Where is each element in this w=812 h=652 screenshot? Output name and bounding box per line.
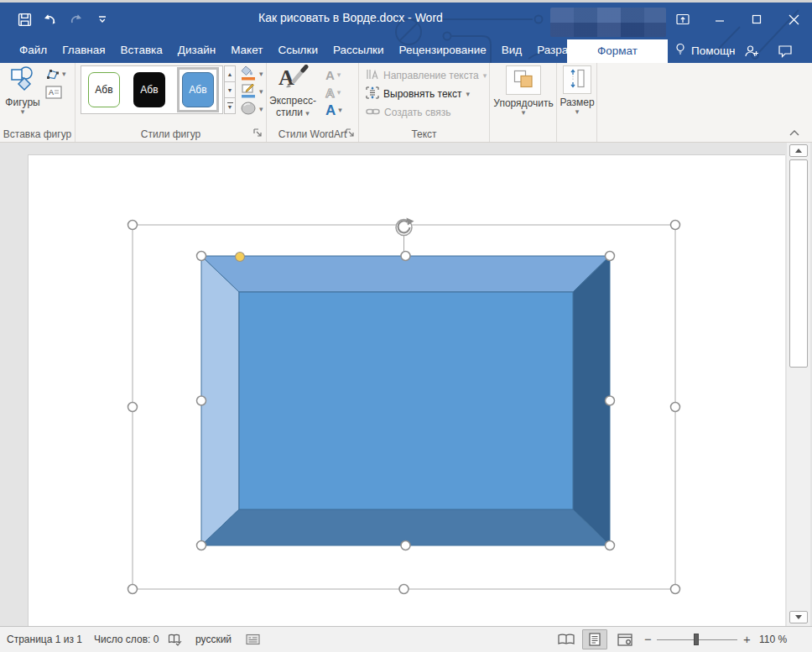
shape-handle[interactable] <box>197 396 206 405</box>
selection-handle[interactable] <box>671 585 680 594</box>
selection-handle[interactable] <box>128 585 138 594</box>
edit-shape-button[interactable]: ▾ <box>45 68 66 81</box>
zoom-slider-thumb[interactable] <box>694 634 699 645</box>
bevel-bottom-face[interactable] <box>201 509 610 545</box>
tab-file[interactable]: Файл <box>12 38 55 63</box>
tab-references[interactable]: Ссылки <box>270 38 325 63</box>
text-effects-icon: A <box>325 103 336 117</box>
shape-handle[interactable] <box>606 396 615 405</box>
size-button[interactable]: Размер ▾ <box>559 65 596 116</box>
arrange-button[interactable]: Упорядочить ▾ <box>497 65 550 117</box>
size-caret: ▾ <box>575 108 580 116</box>
selection-handle[interactable] <box>671 221 680 230</box>
word-count[interactable]: Число слов: 0 <box>94 627 159 652</box>
bevel-frame-shape[interactable] <box>201 256 610 545</box>
tab-design[interactable]: Дизайн <box>170 38 223 63</box>
bevel-left-face[interactable] <box>201 256 239 545</box>
shape-fill-caret: ▾ <box>259 70 263 78</box>
undo-icon[interactable] <box>41 10 60 29</box>
svg-text:А: А <box>278 65 294 90</box>
selection-handle[interactable] <box>671 403 680 412</box>
zoom-out-button[interactable]: − <box>644 627 652 652</box>
shape-handle[interactable] <box>197 252 206 261</box>
proofing-icon[interactable] <box>168 634 182 649</box>
shapes-button[interactable]: Фигуры ▾ <box>3 65 42 116</box>
tab-layout[interactable]: Макет <box>223 38 270 63</box>
selection-handle[interactable] <box>399 585 409 594</box>
bevel-center-face[interactable] <box>239 292 573 509</box>
minimize-icon[interactable] <box>701 3 738 35</box>
zoom-slider[interactable] <box>657 639 737 640</box>
quick-styles-label-line1: Экспресс- <box>269 95 316 107</box>
size-label: Размер <box>560 96 594 108</box>
scroll-down-icon[interactable] <box>789 611 808 623</box>
shape-adjustment-handle[interactable] <box>236 253 245 262</box>
close-icon[interactable] <box>775 3 812 35</box>
text-direction-button[interactable]: Направление текста ▾ <box>366 68 487 83</box>
scrollbar-thumb[interactable] <box>789 159 808 368</box>
collapse-ribbon-icon[interactable] <box>789 128 800 136</box>
tab-format-active[interactable]: Формат <box>567 39 668 63</box>
scroll-up-icon[interactable] <box>789 144 808 157</box>
text-fill-button[interactable]: A ▾ <box>325 67 341 82</box>
zoom-level[interactable]: 110 % <box>759 627 787 652</box>
word-window: Как рисовать в Ворде.docx - Word Файл Гл… <box>0 0 812 652</box>
bevel-top-face[interactable] <box>201 256 610 292</box>
shape-handle[interactable] <box>401 252 410 261</box>
tab-insert[interactable]: Вставка <box>113 38 170 63</box>
group-insert-shapes: Фигуры ▾ ▾ A Вставка фигур <box>0 63 75 142</box>
tab-mailings[interactable]: Рассылки <box>325 38 392 63</box>
language-indicator[interactable]: русский <box>195 627 232 652</box>
shape-handle[interactable] <box>197 541 206 550</box>
shape-handle[interactable] <box>606 252 615 261</box>
svg-text:A: A <box>49 88 54 96</box>
rotate-handle-icon[interactable] <box>396 218 414 236</box>
tab-review[interactable]: Рецензирование <box>392 38 494 63</box>
titlebar: Как рисовать в Ворде.docx - Word Файл Гл… <box>0 0 812 63</box>
page-indicator[interactable]: Страница 1 из 1 <box>7 627 82 652</box>
shape-handle[interactable] <box>401 541 410 550</box>
shape-effects-icon <box>240 101 257 118</box>
customize-qat-icon[interactable] <box>93 10 112 29</box>
text-effects-button[interactable]: A ▾ <box>325 102 342 117</box>
maximize-icon[interactable] <box>738 3 775 35</box>
tell-me-assistant[interactable]: Помощн <box>674 38 736 63</box>
wordart-quick-styles-icon: А <box>277 65 309 92</box>
zoom-in-button[interactable]: + <box>743 627 751 652</box>
wordart-dialog-launcher-icon[interactable] <box>345 128 356 138</box>
bevel-right-face[interactable] <box>573 256 610 545</box>
text-fill-icon: A <box>325 69 335 81</box>
text-outline-icon: A <box>325 86 335 99</box>
assistant-label: Помощн <box>691 44 736 57</box>
shape-handle[interactable] <box>606 541 615 550</box>
align-text-button[interactable]: Выровнять текст ▾ <box>366 86 470 102</box>
window-title: Как рисовать в Ворде.docx - Word <box>258 11 443 24</box>
comment-icon[interactable] <box>775 41 795 61</box>
tab-view[interactable]: Вид <box>494 38 529 63</box>
shape-effects-caret: ▾ <box>259 106 263 113</box>
ribbon-display-options-icon[interactable] <box>664 3 701 35</box>
quick-styles-button[interactable]: А Экспресс- стили ▾ <box>268 65 317 118</box>
group-label-text: Текст <box>359 128 489 140</box>
group-shape-styles: Абв Абв Абв ▲ ▼ ▼ ▾ <box>75 63 267 142</box>
shape-styles-dialog-launcher-icon[interactable] <box>252 128 263 138</box>
print-layout-view-icon[interactable] <box>582 629 607 649</box>
group-size: Размер ▾ <box>557 63 597 142</box>
redo-icon[interactable] <box>67 10 86 29</box>
web-layout-view-icon[interactable] <box>612 629 638 649</box>
shape-outline-icon <box>240 83 257 101</box>
text-box-button[interactable]: A <box>45 86 62 102</box>
create-link-button[interactable]: Создать связь <box>366 105 450 120</box>
selection-handle[interactable] <box>128 221 138 230</box>
save-icon[interactable] <box>15 10 34 29</box>
shape-fill-button[interactable]: ▾ <box>75 65 263 82</box>
vertical-scrollbar[interactable] <box>787 143 810 626</box>
text-outline-button[interactable]: A ▾ <box>325 85 341 100</box>
selection-handle[interactable] <box>128 403 138 412</box>
read-mode-view-icon[interactable] <box>554 629 579 649</box>
share-person-icon[interactable] <box>742 41 762 61</box>
tab-home[interactable]: Главная <box>55 38 112 63</box>
keyboard-language-icon[interactable] <box>246 634 260 648</box>
shape-effects-button[interactable]: ▾ <box>75 101 263 117</box>
shape-outline-button[interactable]: ▾ <box>75 83 263 100</box>
